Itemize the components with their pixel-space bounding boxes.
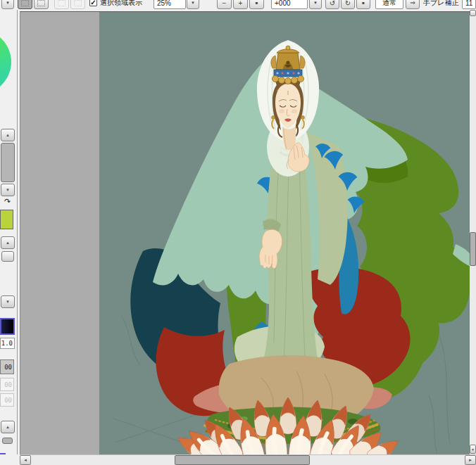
- canvas-viewport[interactable]: [20, 11, 470, 455]
- left-tool-panel: ▲ ▼ ↷ ▲ ▼ 00 00 00 ▲: [0, 10, 20, 465]
- panel-divider: [17, 10, 18, 465]
- rotation-value-box[interactable]: +000: [271, 0, 308, 9]
- rotation-value: +000: [275, 0, 291, 7]
- arrow-down-icon: ▼: [6, 300, 10, 304]
- scroll-right-button[interactable]: ►: [465, 455, 476, 465]
- param-value-box-disabled: 00: [0, 393, 14, 407]
- param-value: 00: [4, 364, 12, 371]
- toolbar: ▼ ✓ 選択領域表示 25% ▼ − + ■ +000 ▼ ↺ ↻ ■: [0, 0, 476, 10]
- selection-rect-icon: [58, 0, 65, 6]
- rotation-dropdown-button[interactable]: ▼: [309, 0, 322, 9]
- stabilizer-value-box[interactable]: 11: [462, 0, 476, 9]
- zoom-value-box[interactable]: 25%: [154, 0, 186, 9]
- scroll-up-button[interactable]: [470, 10, 476, 16]
- chevron-down-icon: ▼: [313, 1, 318, 5]
- zoom-out-button[interactable]: −: [217, 0, 232, 9]
- plus-icon: +: [239, 0, 243, 7]
- zoom-value: 25%: [157, 0, 171, 7]
- rotate-cw-icon: ↻: [345, 0, 351, 7]
- arrow-up-icon: ▲: [6, 241, 10, 245]
- vertical-scrollbar-thumb[interactable]: [470, 232, 476, 266]
- selection-tool-button-2[interactable]: [34, 0, 49, 9]
- zoom-dropdown-button[interactable]: ▼: [187, 0, 199, 9]
- slider-thumb[interactable]: [1, 143, 15, 182]
- horizontal-scrollbar-thumb[interactable]: [175, 455, 310, 465]
- arrow-right-icon: ►: [468, 458, 472, 462]
- swap-colors-icon[interactable]: ↷: [4, 197, 15, 207]
- selection-area-label: 選択領域表示: [100, 0, 142, 9]
- selection-tool-button-active[interactable]: [18, 0, 32, 9]
- apply-button[interactable]: ⇒: [406, 0, 420, 9]
- param-value-box[interactable]: 00: [0, 359, 14, 374]
- selection-rect-icon: [21, 0, 29, 6]
- rotate-ccw-button[interactable]: ↺: [325, 0, 339, 9]
- scroll-up-button[interactable]: ▲: [1, 421, 15, 433]
- scroll-down-button[interactable]: ▼: [470, 445, 476, 454]
- scroll-up-button[interactable]: ▲: [1, 129, 15, 141]
- minus-icon: −: [223, 0, 227, 7]
- bottom-left-corner: [0, 454, 20, 465]
- curved-arrow-icon: ↷: [4, 197, 11, 205]
- blend-mode-box[interactable]: 通常: [375, 0, 403, 9]
- param-value: 00: [4, 381, 12, 388]
- rotate-ccw-icon: ↺: [330, 0, 335, 7]
- scroll-left-button[interactable]: ◄: [20, 455, 31, 465]
- selection-tool-button-4: [70, 0, 85, 9]
- stabilizer-value: 11: [465, 0, 472, 7]
- arrow-up-icon: ▲: [6, 133, 10, 137]
- param-value: 00: [4, 397, 12, 404]
- scroll-down-button[interactable]: ▼: [1, 295, 15, 308]
- chevron-down-icon: ▼: [191, 1, 195, 5]
- zoom-in-button[interactable]: +: [233, 0, 248, 9]
- rotation-reset-button[interactable]: ■: [356, 0, 370, 9]
- toolbar-dropdown-button[interactable]: ▼: [1, 0, 14, 9]
- small-button[interactable]: [1, 251, 14, 262]
- out-of-canvas-area: [20, 12, 99, 455]
- chevron-down-icon: ▼: [6, 1, 10, 5]
- canvas-artwork[interactable]: [99, 12, 470, 455]
- rotate-cw-button[interactable]: ↻: [341, 0, 355, 9]
- paint-app-window: { "toolbar": { "selection_area_label": "…: [0, 0, 476, 465]
- arrow-right-icon: ⇒: [410, 0, 415, 6]
- arrow-down-icon: ▼: [6, 188, 10, 192]
- opacity-input[interactable]: [0, 338, 15, 349]
- slider-thumb[interactable]: [2, 438, 13, 444]
- arrow-down-icon: ▼: [471, 447, 475, 452]
- selection-tool-button-3: [54, 0, 69, 9]
- arrow-up-icon: ▲: [6, 425, 10, 429]
- param-value-box-disabled: 00: [0, 378, 14, 391]
- arrow-left-icon: ◄: [23, 458, 27, 462]
- primary-color-swatch[interactable]: [0, 318, 15, 335]
- selection-area-checkbox[interactable]: ✓: [89, 0, 97, 6]
- selection-rect-icon: [37, 0, 45, 6]
- stabilizer-label: 手ブレ補正: [423, 0, 458, 9]
- reset-square-icon: ■: [362, 1, 365, 5]
- zoom-reset-button[interactable]: ■: [249, 0, 264, 9]
- vertical-scrollbar[interactable]: ▼: [470, 11, 476, 454]
- blend-mode-value: 通常: [382, 0, 396, 8]
- selection-rect-icon: [74, 0, 82, 6]
- scroll-down-button[interactable]: ▼: [1, 184, 15, 196]
- secondary-color-swatch[interactable]: [0, 210, 13, 229]
- scroll-up-button[interactable]: ▲: [1, 236, 15, 249]
- color-wheel[interactable]: [0, 30, 11, 94]
- check-icon: ✓: [90, 0, 96, 6]
- reset-square-icon: ■: [256, 1, 258, 5]
- horizontal-scrollbar[interactable]: ◄ ►: [20, 454, 476, 465]
